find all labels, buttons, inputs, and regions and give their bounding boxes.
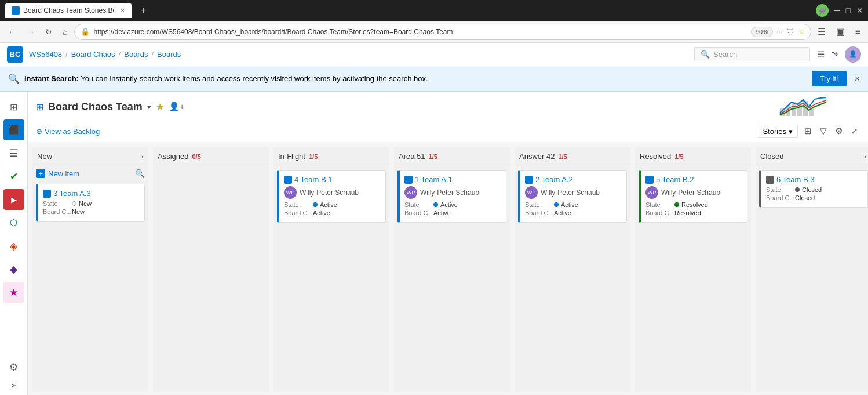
browser-tab[interactable]: Board Chaos Team Stories Boa... ✕ <box>5 3 132 18</box>
card-4-header: 4 Team B.1 <box>284 175 381 184</box>
address-bar[interactable]: 🔒 90% ··· 🛡 ☆ <box>74 24 811 40</box>
board-share-button[interactable]: 👤+ <box>169 102 185 112</box>
card-4[interactable]: 4 Team B.1 WP Willy-Peter Schaub State A… <box>277 170 386 223</box>
column-inflight-title: In-Flight <box>278 152 305 161</box>
sidebar-item-testplans[interactable]: ⬡ <box>3 212 24 233</box>
breadcrumb-boards-1[interactable]: Boards <box>124 50 148 59</box>
card-5[interactable]: 5 Team B.2 WP Willy-Peter Schaub State R… <box>639 170 747 223</box>
new-item-row: + New item 🔍 <box>32 166 148 180</box>
breadcrumb-board-chaos[interactable]: Board Chaos <box>71 50 115 59</box>
sidebar-item-boards[interactable]: ⬛ <box>3 119 24 140</box>
menu-button[interactable]: ≡ <box>852 25 863 39</box>
search-placeholder: Search <box>713 50 737 59</box>
sidebar-item-pipelines[interactable]: ▶ <box>3 189 24 210</box>
view-backlog-label: View as Backlog <box>45 127 100 136</box>
card-3-title[interactable]: 3 Team A.3 <box>53 189 91 198</box>
column-resolved-title: Resolved <box>640 152 671 161</box>
info-banner-icon: 🔍 <box>8 73 20 84</box>
url-input[interactable] <box>93 28 747 36</box>
settings-button[interactable]: ⚙ <box>833 124 844 138</box>
stories-button[interactable]: Stories ▾ <box>758 125 798 138</box>
info-banner-rest: You can instantly search work items and … <box>81 74 428 83</box>
sidebar-expand-button[interactable]: » <box>3 378 24 392</box>
card-1-state-text: Active <box>440 201 458 208</box>
column-assigned-header: Assigned 0/5 <box>153 147 269 166</box>
card-6-board-label: Board C... <box>766 194 795 201</box>
sidebar-item-backlogs[interactable]: ☰ <box>3 143 24 164</box>
sidebar-item-extra2[interactable]: ★ <box>3 282 24 303</box>
try-it-button[interactable]: Try it! <box>812 71 847 86</box>
toolbar-right-icons: ☰ ▣ ≡ <box>815 24 863 39</box>
card-1-board-row: Board C... Active <box>404 209 501 216</box>
card-3[interactable]: 3 Team A.3 State New Board C... New <box>36 184 145 222</box>
card-4-title[interactable]: 4 Team B.1 <box>294 175 333 184</box>
back-button[interactable]: ← <box>5 25 20 39</box>
card-1-title[interactable]: 1 Team A.1 <box>415 175 453 184</box>
settings-icon[interactable]: ⚙ <box>3 357 24 378</box>
card-2-person-name: Willy-Peter Schaub <box>541 189 600 197</box>
banner-close-button[interactable]: × <box>855 74 860 84</box>
filter-button[interactable]: ▽ <box>818 124 829 138</box>
card-4-person-name: Willy-Peter Schaub <box>300 189 359 197</box>
user-avatar[interactable]: 👤 <box>845 46 861 63</box>
card-5-title[interactable]: 5 Team B.2 <box>656 175 694 184</box>
reload-button[interactable]: ↻ <box>42 25 56 39</box>
card-6-state-value: Closed <box>795 186 822 193</box>
board-title-dropdown[interactable]: ▾ <box>147 103 151 111</box>
header-search[interactable]: 🔍 Search <box>694 47 810 61</box>
fullscreen-button[interactable]: ⤢ <box>849 124 860 138</box>
column-closed-collapse[interactable]: ‹ <box>865 152 867 161</box>
reading-list-button[interactable]: ☰ <box>815 24 829 39</box>
bookmark-icon[interactable]: ☆ <box>798 27 805 36</box>
maximize-button[interactable]: □ <box>846 6 851 15</box>
sidebar-item-artifacts[interactable]: ◈ <box>3 235 24 256</box>
sidebar-item-queries[interactable]: ✔ <box>3 166 24 187</box>
forward-button[interactable]: → <box>23 25 38 39</box>
board-header: ⊞ Board Chaos Team ▾ ★ 👤+ <box>28 92 868 142</box>
card-1-state-row: State Active <box>404 201 501 208</box>
more-options-icon[interactable]: ··· <box>776 27 783 36</box>
sidebar: ⊞ ⬛ ☰ ✔ ▶ ⬡ ◈ ◆ ★ ⚙ » <box>0 92 28 395</box>
notifications-button[interactable]: ☰ <box>817 49 825 60</box>
home-button[interactable]: ⌂ <box>59 25 71 39</box>
column-area51-title: Area 51 <box>399 152 425 161</box>
column-new-collapse[interactable]: ‹ <box>141 152 144 161</box>
card-1[interactable]: 1 Team A.1 WP Willy-Peter Schaub State A… <box>397 170 506 223</box>
tab-close-button[interactable]: ✕ <box>120 7 125 15</box>
card-4-board-row: Board C... Active <box>284 209 381 216</box>
new-item-search-button[interactable]: 🔍 <box>135 169 145 178</box>
card-6-title[interactable]: 6 Team B.3 <box>776 175 815 184</box>
card-4-state-text: Active <box>320 201 337 208</box>
extension-icon[interactable]: 👾 <box>816 4 829 17</box>
shield-icon[interactable]: 🛡 <box>786 27 794 37</box>
card-2[interactable]: 2 Team A.2 WP Willy-Peter Schaub State A… <box>518 170 627 223</box>
hub-button[interactable]: ▣ <box>833 24 848 39</box>
card-6[interactable]: 6 Team B.3 State Closed Board C... Close… <box>759 170 868 208</box>
breadcrumb-boards-2[interactable]: Boards <box>157 50 181 59</box>
content-area: ⊞ Board Chaos Team ▾ ★ 👤+ <box>28 92 868 395</box>
page-title: Board Chaos Team <box>48 101 143 113</box>
column-new-header: New ‹ <box>32 147 148 166</box>
card-1-header: 1 Team A.1 <box>404 175 501 184</box>
new-item-button[interactable]: + New item <box>36 169 132 178</box>
card-3-state-value: New <box>72 200 92 207</box>
velocity-chart <box>779 96 860 117</box>
sidebar-item-extra1[interactable]: ◆ <box>3 259 24 280</box>
card-2-title[interactable]: 2 Team A.2 <box>535 175 573 184</box>
app-logo[interactable]: BC <box>7 46 23 63</box>
minimize-button[interactable]: ─ <box>834 6 840 15</box>
card-5-state-text: Resolved <box>681 201 708 208</box>
column-resolved-body: 5 Team B.2 WP Willy-Peter Schaub State R… <box>635 166 751 392</box>
sidebar-item-overview[interactable]: ⊞ <box>3 96 24 117</box>
card-1-state-label: State <box>404 201 433 208</box>
view-as-backlog-button[interactable]: ⊕ View as Backlog <box>36 127 100 136</box>
close-button[interactable]: ✕ <box>856 6 863 15</box>
tab-title: Board Chaos Team Stories Boa... <box>23 6 114 15</box>
new-item-label: New item <box>48 169 79 178</box>
board-favorite-button[interactable]: ★ <box>156 102 164 113</box>
card-1-icon <box>404 176 413 184</box>
column-options-button[interactable]: ⊞ <box>803 124 814 138</box>
new-tab-button[interactable]: + <box>136 5 151 17</box>
shopping-button[interactable]: 🛍 <box>830 49 839 59</box>
breadcrumb-ws56408[interactable]: WS56408 <box>29 50 62 59</box>
